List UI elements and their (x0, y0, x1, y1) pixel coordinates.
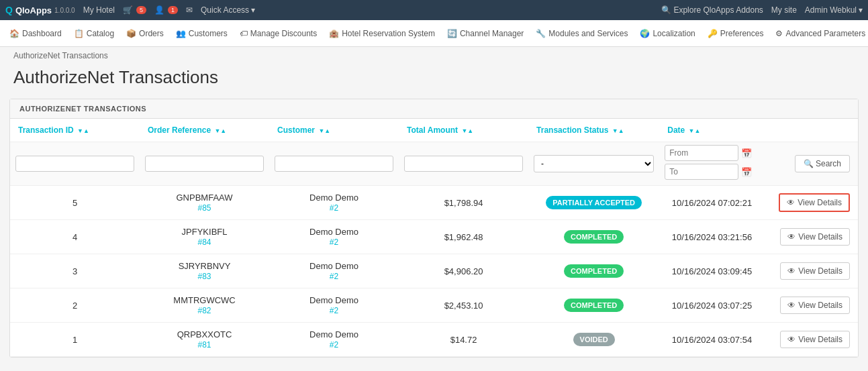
customer-link[interactable]: #2 (330, 306, 338, 315)
logo-q: Q (5, 5, 13, 15)
status-cell: VOIDED (528, 323, 659, 357)
col-amount[interactable]: Total Amount ▼▲ (399, 119, 528, 142)
nav-discounts[interactable]: 🏷 Manage Discounts (234, 25, 322, 42)
main-navigation: 🏠 Dashboard 📋 Catalog 📦 Orders 👥 Custome… (0, 20, 868, 47)
nav-hotel-reservation[interactable]: 🏨 Hotel Reservation System (324, 25, 440, 42)
nav-dashboard[interactable]: 🏠 Dashboard (4, 25, 67, 42)
user-link[interactable]: 👤1 (154, 5, 178, 15)
customer-link[interactable]: #2 (330, 340, 338, 350)
filter-tx-input[interactable] (15, 156, 134, 172)
col-status[interactable]: Transaction Status ▼▲ (528, 119, 659, 142)
status-badge: VOIDED (573, 333, 615, 346)
view-details-button[interactable]: 👁 View Details (780, 297, 850, 314)
col-date[interactable]: Date ▼▲ (659, 119, 765, 142)
nav-orders-label: Orders (139, 29, 164, 38)
calendar-to-icon[interactable]: 📅 (741, 167, 752, 177)
table-row: 1 QRPBXXOTC #81 Demo Demo #2 $14.72 VOID… (10, 323, 858, 357)
col-order-ref[interactable]: Order Reference ▼▲ (140, 119, 269, 142)
order-ref-link[interactable]: #85 (198, 203, 211, 213)
amount-cell: $4,906.20 (399, 254, 528, 288)
col-customer[interactable]: Customer ▼▲ (269, 119, 399, 142)
customer-name: Demo Demo (277, 261, 391, 271)
filter-amount-input[interactable] (404, 156, 523, 172)
filter-status-cell: - COMPLETED PARTIALLY ACCEPTED VOIDED (528, 142, 659, 186)
order-ref-link[interactable]: #83 (198, 272, 211, 281)
customer-link[interactable]: #2 (330, 237, 338, 247)
admin-user-link[interactable]: Admin Webkul ▾ (805, 5, 863, 15)
filter-date-to[interactable] (665, 164, 738, 180)
search-btn-label: Search (816, 159, 841, 168)
localization-icon: 🌍 (640, 29, 650, 38)
table-row: 2 MMTRGWCWC #82 Demo Demo #2 $2,453.10 C… (10, 288, 858, 323)
nav-channel-label: Channel Manager (460, 29, 524, 38)
order-ref-num: SJRYRBNVY (148, 261, 261, 271)
quick-access-link[interactable]: Quick Access ▾ (201, 5, 255, 15)
date-from-row: 📅 (665, 145, 759, 161)
filter-customer-cell (269, 142, 399, 186)
view-details-label: View Details (798, 232, 842, 242)
order-ref-link[interactable]: #84 (198, 237, 211, 247)
nav-localization[interactable]: 🌍 Localization (634, 25, 700, 42)
explore-link[interactable]: 🔍 Explore QloApps Addons (661, 5, 763, 15)
tx-id-cell: 4 (10, 220, 140, 254)
mysite-link[interactable]: My site (771, 5, 797, 15)
tx-id-cell: 1 (10, 323, 140, 357)
customer-link[interactable]: #2 (330, 272, 338, 281)
customer-link[interactable]: #2 (330, 203, 338, 213)
sort-icon-status: ▼▲ (612, 127, 624, 134)
col-tx-id[interactable]: Transaction ID ▼▲ (10, 119, 140, 142)
filter-amount-cell (399, 142, 528, 186)
view-details-label: View Details (798, 301, 842, 310)
eye-icon: 👁 (787, 335, 795, 344)
date-cell: 10/16/2024 03:07:54 (659, 323, 765, 357)
date-to-row: 📅 (665, 164, 759, 180)
view-details-button[interactable]: 👁 View Details (780, 228, 850, 246)
nav-orders[interactable]: 📦 Orders (121, 25, 169, 42)
order-ref-num: GNPBMFAAW (148, 193, 261, 203)
calendar-from-icon[interactable]: 📅 (741, 148, 752, 158)
nav-catalog[interactable]: 📋 Catalog (68, 25, 119, 42)
filter-customer-input[interactable] (275, 156, 393, 172)
filter-search-cell: 🔍 Search (765, 142, 858, 186)
customer-cell: Demo Demo #2 (269, 323, 399, 357)
admin-user-label: Admin Webkul (805, 5, 857, 15)
tx-id-cell: 2 (10, 288, 140, 323)
user-badge: 1 (168, 6, 178, 14)
filter-search-button[interactable]: 🔍 Search (795, 155, 850, 172)
nav-advanced[interactable]: ⚙ Advanced Parameters (770, 25, 868, 42)
customer-cell: Demo Demo #2 (269, 220, 399, 254)
order-ref-cell: SJRYRBNVY #83 (140, 254, 269, 288)
sort-icon-date: ▼▲ (689, 127, 701, 134)
eye-icon: 👁 (787, 198, 795, 207)
filter-date-from[interactable] (665, 145, 738, 161)
tx-id-cell: 3 (10, 254, 140, 288)
brand-name: QloApps (15, 5, 52, 15)
status-badge: COMPLETED (564, 264, 624, 278)
order-ref-link[interactable]: #82 (198, 306, 211, 315)
view-details-button[interactable]: 👁 View Details (779, 193, 850, 212)
action-cell: 👁 View Details (765, 323, 858, 357)
filter-status-select[interactable]: - COMPLETED PARTIALLY ACCEPTED VOIDED (534, 155, 654, 172)
nav-customers[interactable]: 👥 Customers (171, 25, 233, 42)
top-nav-right: 🔍 Explore QloApps Addons My site Admin W… (661, 5, 863, 15)
eye-icon: 👁 (787, 232, 795, 242)
nav-channel-manager[interactable]: 🔄 Channel Manager (442, 25, 529, 42)
filter-date-cell: 📅 📅 (659, 142, 765, 186)
mysite-label: My site (771, 5, 797, 15)
view-details-button[interactable]: 👁 View Details (780, 262, 850, 280)
brand-logo[interactable]: Q QloApps 1.0.0.0 (5, 5, 75, 15)
cart-link[interactable]: 🛒5 (123, 5, 146, 15)
nav-modules[interactable]: 🔧 Modules and Services (530, 25, 633, 42)
filter-order-input[interactable] (145, 156, 264, 172)
view-details-label: View Details (798, 198, 842, 207)
nav-preferences[interactable]: 🔑 Preferences (702, 25, 769, 42)
order-ref-link[interactable]: #81 (198, 340, 211, 350)
customer-cell: Demo Demo #2 (269, 254, 399, 288)
action-cell: 👁 View Details (765, 288, 858, 323)
date-cell: 10/16/2024 03:07:25 (659, 288, 765, 323)
sort-icon-amount: ▼▲ (461, 127, 473, 134)
dashboard-icon: 🏠 (9, 29, 19, 38)
hotel-link[interactable]: My Hotel (83, 5, 115, 15)
mail-link[interactable]: ✉ (186, 5, 193, 15)
view-details-button[interactable]: 👁 View Details (780, 331, 850, 348)
